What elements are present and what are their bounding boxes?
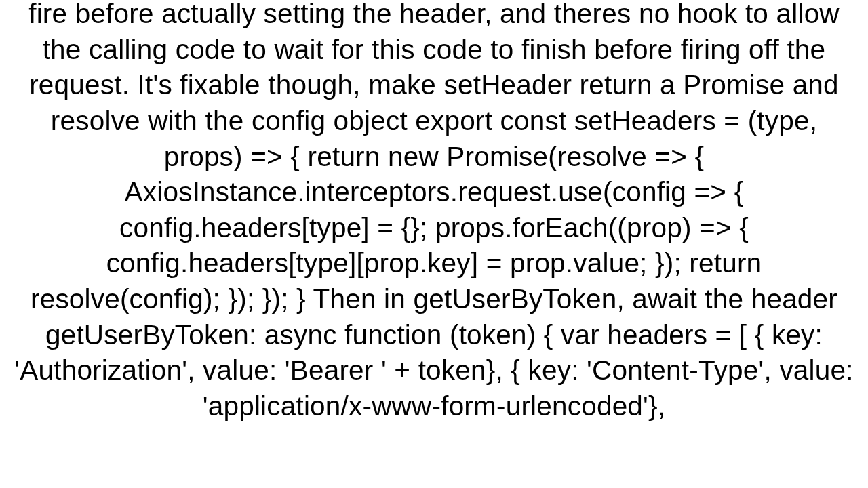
document-body-text: fire before actually setting the header,… (0, 0, 868, 424)
